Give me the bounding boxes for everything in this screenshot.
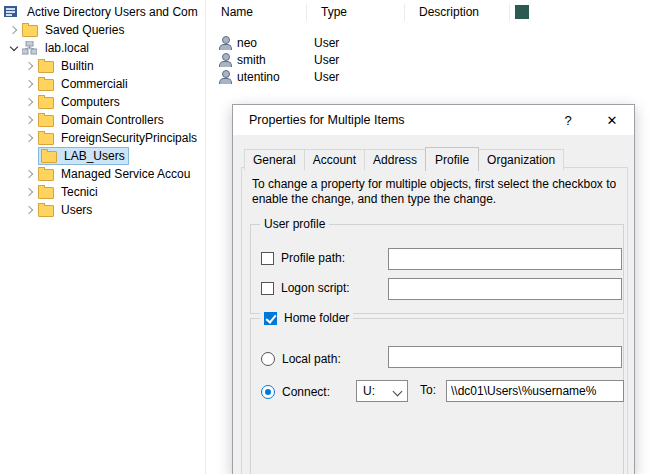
logon-script-label[interactable]: Logon script: [281, 281, 350, 295]
connect-row: Connect: [261, 385, 330, 399]
profile-tab-page: To change a property for multiple object… [241, 167, 628, 474]
folder-icon [38, 59, 55, 74]
tab-address[interactable]: Address [364, 149, 426, 170]
local-path-label[interactable]: Local path: [282, 352, 341, 366]
folder-icon [38, 95, 55, 110]
chevron-right-icon[interactable] [22, 185, 38, 199]
drive-letter-dropdown[interactable]: U: [356, 380, 408, 402]
tab-account[interactable]: Account [304, 149, 365, 170]
dialog-title: Properties for Multiple Items [249, 113, 405, 127]
tree-item-label: Tecnici [59, 184, 100, 200]
aduc-window: Active Directory Users and Com Saved Que… [0, 0, 656, 474]
tree-item-label: Domain Controllers [59, 112, 166, 128]
chevron-right-icon[interactable] [22, 203, 38, 217]
folder-icon [38, 167, 55, 182]
list-row[interactable]: utentino User [207, 68, 656, 85]
domain-icon [22, 41, 39, 56]
chevron-right-icon[interactable] [22, 167, 38, 181]
tree-item-label: Builtin [59, 58, 96, 74]
chevron-right-icon[interactable] [22, 95, 38, 109]
tree-item-builtin[interactable]: Builtin [0, 57, 205, 75]
expander-placeholder [22, 149, 38, 163]
column-header-name[interactable]: Name [207, 4, 307, 21]
tree-item-root[interactable]: Active Directory Users and Com [0, 3, 205, 21]
console-root-icon [4, 5, 21, 20]
local-path-radio[interactable] [261, 352, 275, 366]
folder-icon [38, 131, 55, 146]
folder-icon [38, 185, 55, 200]
dialog-titlebar[interactable]: Properties for Multiple Items ? ✕ [233, 105, 634, 135]
cell-type: User [314, 70, 412, 84]
logon-script-checkbox[interactable] [261, 282, 274, 295]
tree-item-label: LAB_Users [62, 148, 127, 164]
user-icon [219, 53, 232, 67]
tree-item-tecnici[interactable]: Tecnici [0, 183, 205, 201]
close-icon[interactable]: ✕ [590, 105, 634, 135]
tree-item-label: lab.local [43, 40, 91, 56]
logon-script-row: Logon script: [261, 281, 350, 295]
folder-icon [22, 23, 39, 38]
home-folder-row: Home folder [260, 311, 353, 325]
folder-icon [38, 113, 55, 128]
profile-path-row: Profile path: [261, 251, 345, 265]
profile-path-label[interactable]: Profile path: [281, 251, 345, 265]
tree-item-managed-service-accounts[interactable]: Managed Service Accou [0, 165, 205, 183]
list-row[interactable]: smith User [207, 51, 656, 68]
tree-item-label: Active Directory Users and Com [25, 4, 200, 20]
tree-item-label: ForeignSecurityPrincipals [59, 130, 199, 146]
tree-item-label: Managed Service Accou [59, 166, 192, 182]
chevron-right-icon[interactable] [22, 131, 38, 145]
tree-item-computers[interactable]: Computers [0, 93, 205, 111]
list-rows: neo User smith User utentino User [207, 34, 656, 85]
chevron-right-icon[interactable] [22, 77, 38, 91]
list-header: Name Type Description [207, 0, 656, 24]
logon-script-input[interactable] [388, 278, 622, 300]
to-label: To: [420, 383, 436, 397]
folder-icon [41, 149, 58, 164]
cell-name: smith [232, 53, 314, 67]
tab-profile[interactable]: Profile [425, 147, 479, 171]
tab-strip: General Account Address Profile Organiza… [244, 147, 564, 170]
list-row[interactable]: neo User [207, 34, 656, 51]
properties-dialog: Properties for Multiple Items ? ✕ Genera… [232, 104, 635, 474]
chevron-down-icon [393, 387, 403, 397]
column-header-type[interactable]: Type [307, 4, 405, 21]
tree-item-commerciali[interactable]: Commerciali [0, 75, 205, 93]
tree-item-lab-local[interactable]: lab.local [0, 39, 205, 57]
folder-icon [38, 203, 55, 218]
cell-type: User [314, 53, 412, 67]
local-path-row: Local path: [261, 352, 341, 366]
group-label: User profile [260, 217, 329, 231]
cell-type: User [314, 36, 412, 50]
column-header-description[interactable]: Description [405, 4, 510, 21]
user-icon [219, 70, 232, 84]
help-button[interactable]: ? [546, 105, 590, 135]
connect-path-input[interactable] [446, 380, 624, 402]
tab-general[interactable]: General [244, 149, 305, 170]
cell-name: utentino [232, 70, 314, 84]
profile-path-input[interactable] [388, 248, 622, 270]
tab-organization[interactable]: Organization [478, 149, 564, 170]
tree-item-foreignsecurityprincipals[interactable]: ForeignSecurityPrincipals [0, 129, 205, 147]
folder-icon [38, 77, 55, 92]
header-teal-box [515, 5, 529, 19]
chevron-down-icon[interactable] [6, 41, 22, 55]
local-path-input[interactable] [388, 346, 622, 368]
home-folder-checkbox[interactable] [264, 312, 277, 325]
tree-item-saved-queries[interactable]: Saved Queries [0, 21, 205, 39]
tree-item-lab-users[interactable]: LAB_Users [0, 147, 205, 165]
chevron-right-icon[interactable] [6, 23, 22, 37]
tree-item-label: Commerciali [59, 76, 130, 92]
tree-item-users[interactable]: Users [0, 201, 205, 219]
intro-text: To change a property for multiple object… [252, 177, 624, 207]
chevron-right-icon[interactable] [22, 59, 38, 73]
profile-path-checkbox[interactable] [261, 252, 274, 265]
selected-tree-item[interactable]: LAB_Users [38, 147, 129, 165]
connect-label[interactable]: Connect: [282, 385, 330, 399]
tree-item-label: Users [59, 202, 94, 218]
tree-item-label: Computers [59, 94, 122, 110]
chevron-right-icon[interactable] [22, 113, 38, 127]
tree-item-domain-controllers[interactable]: Domain Controllers [0, 111, 205, 129]
home-folder-label[interactable]: Home folder [284, 311, 349, 325]
connect-radio[interactable] [261, 385, 275, 399]
